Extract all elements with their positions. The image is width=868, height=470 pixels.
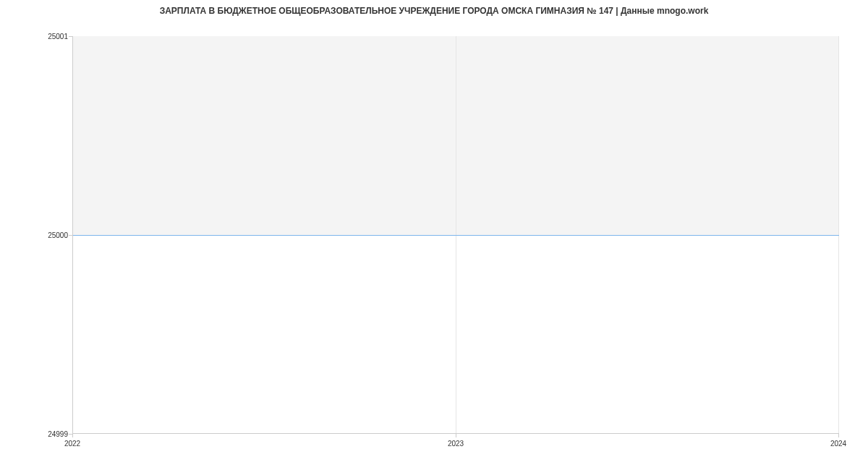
x-tick-mark xyxy=(456,434,456,437)
y-tick-mark xyxy=(69,235,72,236)
chart-title: ЗАРПЛАТА В БЮДЖЕТНОЕ ОБЩЕОБРАЗОВАТЕЛЬНОЕ… xyxy=(0,6,868,16)
x-tick-label: 2023 xyxy=(448,440,464,448)
y-tick-mark xyxy=(69,36,72,37)
x-tick-mark xyxy=(838,434,839,437)
y-tick-label: 24999 xyxy=(48,430,68,438)
x-tick-label: 2024 xyxy=(830,440,846,448)
y-tick-label: 25000 xyxy=(48,231,68,239)
x-tick-label: 2022 xyxy=(64,440,80,448)
plot-area xyxy=(72,36,839,434)
y-tick-label: 25001 xyxy=(48,33,68,40)
chart-container: ЗАРПЛАТА В БЮДЖЕТНОЕ ОБЩЕОБРАЗОВАТЕЛЬНОЕ… xyxy=(0,0,868,470)
x-tick-mark xyxy=(72,434,73,437)
